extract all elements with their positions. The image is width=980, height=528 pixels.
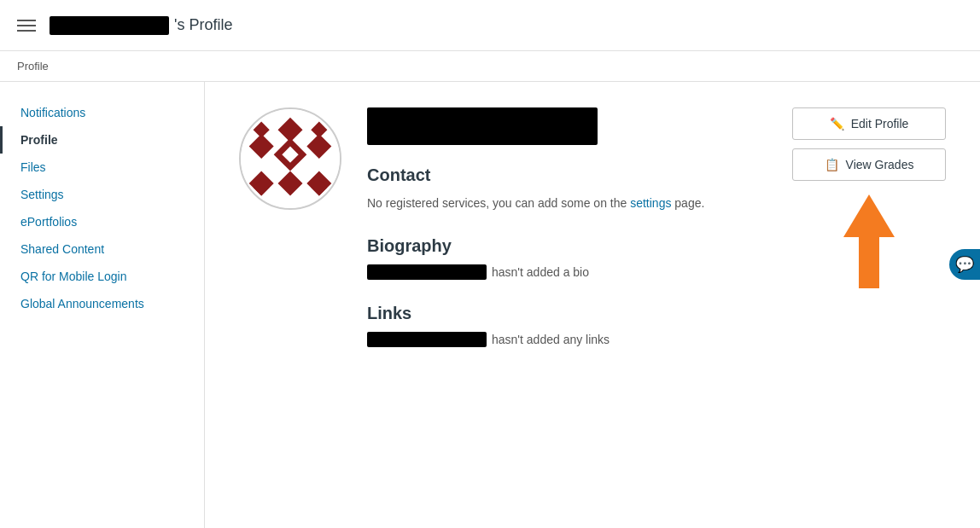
breadcrumb-label: Profile <box>17 60 49 73</box>
sidebar-item-notifications[interactable]: Notifications <box>0 99 204 126</box>
header: 's Profile <box>0 0 980 51</box>
links-title: Links <box>367 304 767 323</box>
profile-area: Contact No registered services, you can … <box>239 107 946 347</box>
view-grades-button[interactable]: 📋 View Grades <box>792 148 946 181</box>
links-line: hasn't added any links <box>367 332 767 347</box>
svg-marker-13 <box>843 194 895 288</box>
biography-title: Biography <box>367 236 767 256</box>
header-title: 's Profile <box>50 16 232 35</box>
header-username-redacted <box>50 16 169 35</box>
links-suffix: hasn't added any links <box>492 333 610 346</box>
settings-link[interactable]: settings <box>630 196 671 210</box>
profile-name-redacted <box>367 107 598 145</box>
sidebar-item-qr-mobile[interactable]: QR for Mobile Login <box>0 263 204 290</box>
pencil-icon: ✏️ <box>830 117 844 131</box>
hamburger-menu-icon[interactable] <box>17 20 36 32</box>
arrow-up-svg <box>843 194 895 288</box>
contact-description: No registered services, you can add some… <box>367 194 767 212</box>
contact-section: Contact No registered services, you can … <box>367 165 767 212</box>
links-section: Links hasn't added any links <box>367 304 767 347</box>
sidebar-item-global-announcements[interactable]: Global Announcements <box>0 290 204 317</box>
view-grades-label: View Grades <box>846 158 914 171</box>
bio-name-redacted <box>367 264 487 280</box>
contact-text-before: No registered services, you can add some… <box>367 196 627 210</box>
sidebar: Notifications Profile Files Settings ePo… <box>0 82 205 528</box>
bio-line: hasn't added a bio <box>367 264 767 280</box>
profile-info: Contact No registered services, you can … <box>367 107 767 347</box>
bio-suffix: hasn't added a bio <box>492 265 589 279</box>
biography-section: Biography hasn't added a bio <box>367 236 767 280</box>
sidebar-item-shared-content[interactable]: Shared Content <box>0 235 204 263</box>
contact-title: Contact <box>367 165 767 185</box>
links-name-redacted <box>367 332 487 347</box>
actions-area: ✏️ Edit Profile 📋 View Grades <box>792 107 946 288</box>
edit-profile-label: Edit Profile <box>851 117 909 131</box>
main-layout: Notifications Profile Files Settings ePo… <box>0 82 980 528</box>
chat-icon: 💬 <box>955 255 974 274</box>
grades-icon: 📋 <box>825 158 839 171</box>
arrow-indicator <box>843 194 895 288</box>
breadcrumb: Profile <box>0 51 980 82</box>
chat-button[interactable]: 💬 <box>949 249 980 280</box>
edit-profile-button[interactable]: ✏️ Edit Profile <box>792 107 946 140</box>
header-title-text: 's Profile <box>174 16 232 34</box>
main-content: Contact No registered services, you can … <box>205 82 980 528</box>
sidebar-item-eportfolios[interactable]: ePortfolios <box>0 208 204 235</box>
sidebar-item-profile[interactable]: Profile <box>0 126 204 154</box>
avatar <box>239 107 341 210</box>
action-buttons: ✏️ Edit Profile 📋 View Grades <box>792 107 946 181</box>
contact-text-after: page. <box>674 196 704 210</box>
sidebar-item-settings[interactable]: Settings <box>0 181 204 208</box>
sidebar-item-files[interactable]: Files <box>0 154 204 181</box>
